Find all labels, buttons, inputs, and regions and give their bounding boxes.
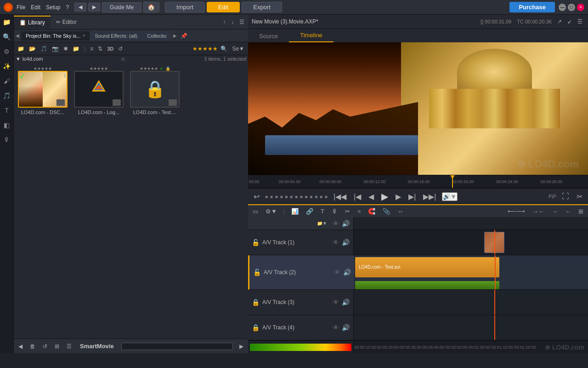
preview-menu-icon[interactable]: ☰: [576, 17, 584, 26]
tl-magnet-btn[interactable]: 🧲: [365, 207, 378, 216]
track-av2-audio-clip[interactable]: [355, 281, 499, 289]
media-options-btn[interactable]: Se▼: [230, 45, 246, 53]
sidebar-icon-settings[interactable]: ⚙: [1, 46, 12, 57]
loop-button[interactable]: ↩: [252, 191, 261, 202]
media-sort-btn[interactable]: ⇅: [96, 45, 104, 53]
info-icon-1[interactable]: ℹ: [64, 73, 66, 79]
track-av2-audio[interactable]: 🔊: [343, 269, 351, 276]
media-folder-btn[interactable]: 📂: [27, 45, 38, 53]
sidebar-icon-music[interactable]: 🎵: [1, 90, 12, 101]
tl-expand-btn[interactable]: ⊞: [576, 207, 586, 216]
tl-zoom-in[interactable]: →←: [530, 207, 547, 216]
track-av3-audio[interactable]: 🔊: [342, 299, 350, 306]
media-thumb-lock[interactable]: 🔒: [130, 71, 180, 108]
pip-button[interactable]: PiP: [548, 194, 556, 199]
tl-track-btn[interactable]: ▭: [250, 207, 261, 216]
smart-delete[interactable]: 🗑: [27, 342, 38, 351]
tl-chart-btn[interactable]: 📊: [288, 207, 301, 216]
prev-frame-button[interactable]: |◀: [352, 191, 363, 202]
close-button[interactable]: ×: [577, 4, 584, 11]
track-av4-lock-icon[interactable]: 🔒: [252, 324, 260, 331]
tab-scroll-left[interactable]: ◀: [14, 32, 21, 39]
tl-scissors-btn[interactable]: ✂: [342, 207, 353, 216]
sidebar-icon-audio[interactable]: 🎙: [1, 134, 12, 145]
tl-arrow-right-btn[interactable]: →: [549, 207, 560, 216]
home-button[interactable]: 🏠: [143, 2, 159, 12]
sidebar-icon-effects[interactable]: ✨: [1, 61, 12, 72]
media-fx-btn[interactable]: ✱: [62, 45, 70, 53]
tl-attach-btn[interactable]: 📎: [380, 207, 393, 216]
media-3d-btn[interactable]: 3D: [105, 45, 115, 52]
track-av3-lock-icon[interactable]: 🔒: [252, 299, 260, 306]
tl-settings-btn[interactable]: ⚙▼: [263, 207, 280, 216]
tl-arrow-left-btn[interactable]: ←: [562, 207, 574, 216]
media-item-lock[interactable]: ★★★★★ ✓ 🔒 🔒 LO4D.com - Test....: [130, 66, 180, 115]
media-thumb-city[interactable]: ✓ ℹ: [18, 71, 68, 108]
track-av4-audio[interactable]: 🔊: [342, 324, 350, 331]
preview-import-icon[interactable]: ↙: [565, 17, 574, 26]
track-av2-vis[interactable]: 👁: [334, 269, 340, 276]
upload-icon[interactable]: ↑: [221, 18, 227, 26]
tab-scroll-right[interactable]: ▶: [171, 32, 179, 39]
edit-tab[interactable]: Edit: [207, 2, 240, 12]
fullscreen-button[interactable]: ⛶: [560, 191, 571, 201]
media-refresh-btn[interactable]: ↺: [116, 45, 124, 53]
smart-scroll-left[interactable]: ◀: [16, 342, 25, 351]
import-tab[interactable]: Import: [165, 2, 205, 12]
track-av1-audio[interactable]: 🔊: [342, 239, 350, 246]
sidebar-icon-library[interactable]: 📁: [1, 17, 12, 28]
smart-refresh[interactable]: ↺: [40, 342, 50, 351]
media-list-btn[interactable]: ≡: [88, 45, 95, 53]
menu-help[interactable]: ?: [66, 4, 69, 11]
timeline-tab[interactable]: Timeline: [289, 29, 334, 42]
nav-forward-button[interactable]: ▶: [88, 3, 100, 12]
media-item-logo[interactable]: ★★★★★ LO4D.com - Log...: [74, 66, 124, 115]
volume-button[interactable]: 🔊▼: [442, 192, 458, 201]
editor-tab[interactable]: ✏ Editor: [51, 16, 82, 28]
menu-icon[interactable]: ☰: [237, 18, 246, 26]
track-av1-lock-icon[interactable]: 🔓: [252, 239, 260, 246]
track-av1-vis[interactable]: 👁: [333, 239, 339, 246]
minimize-button[interactable]: —: [559, 4, 566, 11]
tl-arrow-btn[interactable]: ↔: [395, 207, 406, 216]
nav-back-button[interactable]: ◀: [74, 3, 86, 12]
media-folder2-btn[interactable]: 📁: [71, 45, 81, 53]
media-thumb-logo[interactable]: [74, 71, 124, 108]
library-tab[interactable]: 📋 Library: [14, 16, 51, 29]
project-bin-tab-close[interactable]: ×: [83, 33, 85, 38]
menu-edit[interactable]: Edit: [31, 4, 40, 11]
track-folder-btn[interactable]: 📁▼: [314, 220, 330, 227]
preview-export-icon[interactable]: ↗: [555, 17, 564, 26]
media-item-city[interactable]: ★★★★★ ✓ ℹ LO4D.com - DSC...: [17, 66, 68, 115]
track-av3-vis[interactable]: 👁: [333, 299, 339, 306]
media-import-btn[interactable]: 📁: [16, 45, 26, 53]
media-photo-btn[interactable]: 📷: [50, 45, 61, 53]
play-button[interactable]: ▶: [379, 190, 390, 203]
download-icon[interactable]: ↓: [229, 18, 236, 26]
sidebar-icon-filter[interactable]: 🔍: [1, 31, 12, 42]
smart-grid[interactable]: ⊞: [52, 342, 62, 351]
tl-link-btn[interactable]: 🔗: [303, 207, 316, 216]
smart-play[interactable]: ▶: [237, 342, 246, 351]
smart-list[interactable]: ☰: [64, 342, 74, 351]
tl-text-btn[interactable]: T: [318, 207, 327, 216]
menu-file[interactable]: File: [17, 4, 25, 11]
guide-me-button[interactable]: Guide Me: [102, 2, 141, 12]
menu-setup[interactable]: Setup: [46, 4, 60, 11]
track-all-vis[interactable]: 👁: [333, 220, 339, 227]
track-all-audio[interactable]: 🔊: [342, 220, 350, 227]
step-forward-button[interactable]: ▶: [394, 191, 403, 202]
track-av4-vis[interactable]: 👁: [333, 324, 339, 331]
tab-pin[interactable]: 📌: [179, 32, 189, 40]
purchase-button[interactable]: Purchase: [509, 2, 555, 12]
skip-to-start-button[interactable]: |◀◀: [332, 191, 348, 202]
sidebar-icon-text[interactable]: T: [1, 105, 12, 116]
maximize-button[interactable]: □: [568, 4, 575, 11]
clip-button[interactable]: ✂: [575, 191, 584, 202]
tl-zoom-out[interactable]: ⟵⟶: [505, 207, 528, 216]
tl-ripple-btn[interactable]: ≈: [355, 207, 363, 216]
track-av2-video-clip[interactable]: LO4D.com - Test.avi: [355, 257, 499, 277]
skip-to-end-button[interactable]: ▶▶|: [421, 191, 438, 202]
tl-mic-btn[interactable]: 🎙: [329, 207, 340, 216]
media-search-btn[interactable]: 🔍: [219, 45, 229, 53]
